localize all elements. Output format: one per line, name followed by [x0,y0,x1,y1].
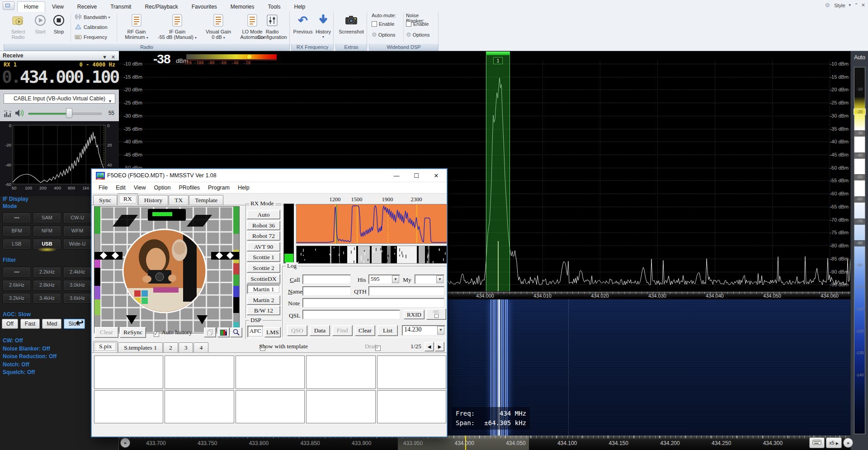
stock-picture-slot[interactable] [236,355,305,389]
stock-picture-slot[interactable] [306,355,375,389]
magnifier-icon[interactable] [230,327,242,337]
if-display-header[interactable]: IF Display [3,196,28,202]
pix-tab-spix[interactable]: S.pix [93,341,118,352]
mode-button-sam[interactable]: SAM [33,213,61,223]
rx-mode-avt90[interactable]: AVT 90 [247,242,280,251]
pix-tab-3[interactable]: 3 [179,342,193,352]
minimize-icon[interactable]: — [387,169,406,182]
rx-marker-cap[interactable] [486,52,510,55]
status-cw[interactable]: CW: Off [3,337,57,346]
image-button[interactable] [217,327,230,337]
dsp-button-lms[interactable]: LMS [264,327,281,337]
auto-mute-enable-checkbox[interactable]: Enable [372,21,394,27]
palette-auto-label[interactable]: Auto [851,54,868,61]
ribbon-tab-memories[interactable]: Memories [224,1,261,12]
app-menu-button[interactable] [3,1,14,10]
chevron-down-icon[interactable]: ▼ [436,275,443,283]
close-icon[interactable]: ✕ [861,2,865,8]
mmsstv-tab-rx[interactable]: RX [118,194,138,205]
noise-blanker-enable-checkbox[interactable]: Enable [406,21,429,27]
filter-button-22khz[interactable]: 2.2kHz [33,267,61,277]
ribbon-tab-receive[interactable]: Receive [71,1,104,12]
mmsstv-tab-tx[interactable]: TX [169,195,189,205]
rx-mode-martin2[interactable]: Martin 2 [247,295,280,305]
rx-mode-scottie2[interactable]: Scottie 2 [247,263,280,273]
chevron-down-icon[interactable]: ▼ [848,3,852,7]
filter-button-30khz[interactable]: 3.0kHz [63,280,91,290]
stock-picture-slot[interactable] [377,390,446,424]
resync-button[interactable]: ReSync [120,327,146,338]
stock-picture-slot[interactable] [306,390,375,424]
clear-image-button[interactable]: Clear [94,327,118,338]
his-select[interactable]: 595▼ [368,275,400,284]
filter-button-[interactable]: ••• [3,267,31,277]
mode-button-[interactable]: ••• [3,213,31,223]
menu-view[interactable]: View [130,183,150,192]
call-input[interactable] [302,275,351,284]
rx-mode-martin1[interactable]: Martin 1 [247,284,280,294]
ribbon-tab-help[interactable]: Help [288,1,312,12]
name-input[interactable] [302,286,351,296]
mode-button-nfm[interactable]: NFM [33,226,61,236]
rx-mode-auto[interactable]: Auto [247,210,280,219]
filter-button-34khz[interactable]: 3.4kHz [33,293,61,303]
filter-button-36khz[interactable]: 3.6kHz [63,293,91,303]
stock-picture-slot[interactable] [94,355,163,389]
zoom-button[interactable]: x5 ▶ [826,437,842,448]
mode-button-usb[interactable]: USB [33,239,61,249]
auto-history-checkbox[interactable] [154,332,159,337]
volume-slider[interactable] [28,113,102,115]
pix-tab-stemplates1[interactable]: S.templates 1 [118,342,163,352]
noise-blanker-options-button[interactable]: ⚙Options [406,31,430,38]
close-icon[interactable]: ✕ [426,169,446,182]
ribbon-tab-rec-playback[interactable]: Rec/Playback [138,1,184,12]
ribbon-tab-tools[interactable]: Tools [261,1,288,12]
mode-button-lsb[interactable]: LSB [3,239,31,249]
menu-edit[interactable]: Edit [112,183,130,192]
undo-arrow-icon[interactable]: ↩ [76,317,84,328]
filter-button-32khz[interactable]: 3.2kHz [3,293,31,303]
rx-mode-robot36[interactable]: Robot 36 [247,221,280,230]
menu-option[interactable]: Option [150,183,175,192]
maximize-icon[interactable]: ☐ [406,169,426,182]
status-notch[interactable]: Notch: Off [3,361,57,369]
ribbon-tab-view[interactable]: View [45,1,71,12]
auto-mute-options-button[interactable]: ⚙Options [372,31,396,38]
data-button[interactable]: Data [310,325,330,336]
palette-gradient-bar[interactable] [854,67,865,434]
visual-gain-button[interactable]: Visual Gain 0 dB ▾ [202,13,235,41]
status-noise-reduction[interactable]: Noise Reduction: Off [3,353,57,361]
mmsstv-tab-template[interactable]: Template [189,195,223,205]
stock-picture-slot[interactable] [165,390,234,424]
menu-help[interactable]: Help [234,183,254,192]
bandwidth-button[interactable]: Bandwidth ▾ [74,13,110,22]
my-select[interactable]: ▼ [415,275,444,284]
qso-button[interactable]: QSO [287,325,307,336]
log-freq-select[interactable]: 14.230▼ [402,325,445,336]
ribbon-tab-transmit[interactable]: Transmit [104,1,138,12]
rx-mode-scottie1[interactable]: Scottie 1 [247,252,280,262]
screenshot-button[interactable]: Screenshot [336,13,366,34]
qth-input[interactable] [368,286,444,296]
agc-button-off[interactable]: Off [2,319,18,329]
clear-log-button[interactable]: Clear [355,325,375,336]
menu-file[interactable]: File [94,183,112,192]
filter-button-24khz[interactable]: 2.4kHz [63,267,91,277]
list-button[interactable]: List [377,325,398,336]
stock-picture-slot[interactable] [236,390,305,424]
mode-button-bfm[interactable]: BFM [3,226,31,236]
pix-tab-4[interactable]: 4 [193,342,208,352]
band-scale[interactable]: 433.700433.750433.800433.850433.900433.9… [119,436,850,450]
radio-configuration-button[interactable]: Radio Configuration [255,13,289,40]
rx-mode-robot72[interactable]: Robot 72 [247,231,280,241]
panel-close-icon[interactable]: ✕ [111,52,115,62]
mmsstv-titlebar[interactable]: SSTV F5OEO (F5OEO.MDT) - MMSSTV Ver 1.08… [92,169,447,182]
filter-header[interactable]: Filter [3,257,16,263]
mode-button-cwu[interactable]: CW-U [63,213,91,223]
start-button[interactable]: Start [32,13,49,34]
select-radio-button[interactable]: Select Radio [6,13,30,40]
scroll-right-button[interactable]: » [843,438,853,448]
mode-button-wideu[interactable]: Wide-U [63,239,91,249]
tuned-frequency[interactable]: 0.434.000.100 [2,67,118,87]
calibration-button[interactable]: Calibration [74,23,108,32]
